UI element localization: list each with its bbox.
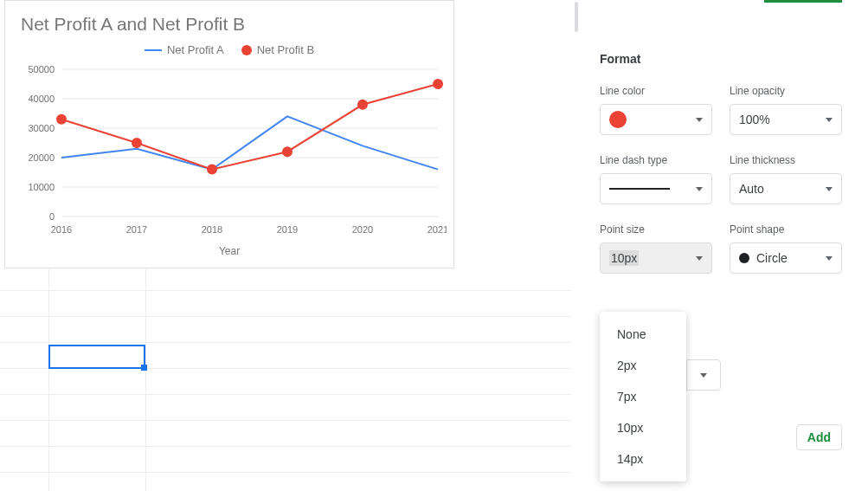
svg-text:2019: 2019	[277, 224, 298, 235]
point-shape-select[interactable]: Circle	[730, 242, 842, 274]
grid-line	[0, 472, 571, 473]
dropdown-item[interactable]: None	[600, 319, 686, 350]
svg-text:2020: 2020	[352, 224, 373, 235]
line-thickness-group: Line thickness Auto	[730, 154, 842, 204]
format-heading: Format	[600, 52, 842, 66]
dropdown-item[interactable]: 14px	[600, 443, 686, 475]
point-shape-value: Circle	[756, 251, 788, 265]
cell-resize-handle[interactable]	[141, 365, 147, 371]
chart-title: Net Profit A and Net Profit B	[14, 14, 445, 35]
grid-line	[48, 268, 49, 491]
caret-down-icon	[826, 118, 833, 122]
chart-plot-area: 0100002000030000400005000020162017201820…	[14, 65, 445, 238]
point-size-value: 10px	[609, 250, 639, 266]
legend-label: Net Profit A	[167, 43, 224, 56]
svg-text:10000: 10000	[28, 182, 55, 192]
legend-line-icon	[145, 49, 162, 51]
svg-text:30000: 30000	[28, 123, 55, 133]
svg-text:40000: 40000	[28, 94, 55, 104]
chart-svg: 0100002000030000400005000020162017201820…	[14, 65, 447, 238]
svg-text:2018: 2018	[202, 224, 222, 235]
legend-item-series-b: Net Profit B	[241, 43, 314, 56]
svg-text:50000: 50000	[28, 65, 55, 74]
dropdown-item[interactable]: 7px	[600, 381, 686, 412]
svg-text:20000: 20000	[28, 152, 55, 163]
line-dash-label: Line dash type	[600, 154, 712, 166]
line-dash-select[interactable]	[600, 173, 712, 204]
line-opacity-select[interactable]: 100%	[730, 104, 842, 135]
point-size-label: Point size	[600, 223, 712, 236]
svg-text:2016: 2016	[51, 224, 72, 235]
divider-handle-icon	[575, 2, 578, 32]
legend-item-series-a: Net Profit A	[145, 43, 224, 56]
svg-point-21	[282, 146, 293, 157]
line-opacity-group: Line opacity 100%	[730, 85, 842, 135]
sidebar-divider[interactable]	[571, 0, 582, 491]
svg-text:0: 0	[49, 211, 55, 222]
legend-dot-icon	[241, 45, 252, 55]
grid-line	[0, 290, 571, 291]
line-color-select[interactable]	[600, 104, 712, 135]
caret-down-icon	[826, 187, 833, 191]
grid-line	[0, 446, 571, 447]
chart-xlabel: Year	[14, 245, 445, 257]
line-opacity-label: Line opacity	[730, 85, 842, 97]
dropdown-item[interactable]: 2px	[600, 350, 686, 381]
chart-container[interactable]: Net Profit A and Net Profit B Net Profit…	[4, 0, 454, 268]
caret-down-icon	[826, 256, 833, 261]
svg-point-18	[56, 114, 67, 125]
caret-down-icon	[696, 187, 703, 191]
svg-point-22	[357, 100, 368, 110]
point-size-dropdown-menu: None2px7px10px14px	[600, 312, 686, 481]
circle-icon	[739, 253, 749, 263]
add-button[interactable]: Add	[796, 424, 842, 450]
spreadsheet-main-area: Net Profit A and Net Profit B Net Profit…	[0, 0, 571, 491]
line-thickness-value: Auto	[739, 182, 764, 196]
tab-indicator	[764, 0, 842, 3]
partial-select[interactable]	[686, 359, 721, 391]
svg-text:2021: 2021	[428, 224, 447, 235]
svg-point-20	[207, 165, 217, 175]
line-thickness-select[interactable]: Auto	[730, 173, 842, 204]
selected-cell[interactable]	[48, 345, 145, 369]
point-shape-group: Point shape Circle	[730, 223, 842, 274]
legend-label: Net Profit B	[257, 43, 314, 56]
grid-line	[0, 420, 571, 421]
svg-point-19	[132, 138, 142, 148]
point-shape-label: Point shape	[730, 223, 842, 236]
grid-line	[0, 342, 571, 343]
point-size-group: Point size 10px	[600, 223, 712, 274]
chart-legend: Net Profit A Net Profit B	[14, 43, 445, 56]
svg-text:2017: 2017	[126, 224, 147, 235]
caret-down-icon	[696, 256, 703, 261]
line-opacity-value: 100%	[739, 113, 770, 126]
format-sidebar: Format Line color Line opacity 100% Line…	[582, 0, 868, 491]
line-color-group: Line color	[600, 85, 712, 135]
svg-point-23	[433, 79, 443, 89]
line-thickness-label: Line thickness	[730, 154, 842, 166]
line-color-label: Line color	[600, 85, 712, 97]
color-swatch-icon	[609, 111, 627, 128]
line-dash-group: Line dash type	[600, 154, 712, 204]
caret-down-icon	[696, 118, 703, 122]
dropdown-item[interactable]: 10px	[600, 412, 686, 443]
caret-down-icon	[700, 373, 707, 378]
grid-line	[0, 316, 571, 317]
line-solid-icon	[609, 188, 670, 190]
grid-line	[145, 268, 146, 491]
grid-line	[0, 394, 571, 395]
point-size-select[interactable]: 10px	[600, 242, 712, 274]
